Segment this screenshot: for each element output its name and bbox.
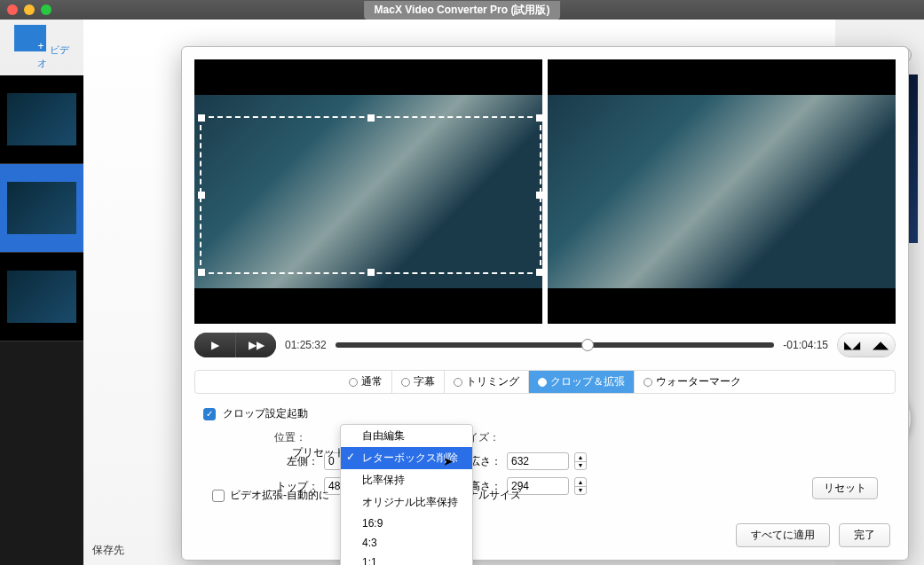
tab-trimming[interactable]: トリミング bbox=[445, 371, 529, 393]
crop-handle-tl[interactable] bbox=[198, 114, 205, 122]
remaining-time: -01:04:15 bbox=[783, 339, 828, 351]
flip-controls: ◣◢ ◢◣ bbox=[837, 333, 896, 357]
tab-subtitle[interactable]: 字幕 bbox=[392, 371, 445, 393]
fast-forward-button[interactable]: ▶▶ bbox=[235, 333, 276, 357]
crop-handle-lc[interactable] bbox=[198, 192, 205, 199]
add-video-icon: + bbox=[14, 25, 46, 51]
tab-normal[interactable]: 通常 bbox=[340, 371, 392, 393]
edit-modal: ▶ ▶▶ 01:25:32 -01:04:15 ◣◢ ◢◣ 通常 字幕 トリミン… bbox=[181, 46, 909, 561]
preview-result bbox=[548, 59, 896, 324]
crop-handle-tc[interactable] bbox=[367, 114, 375, 122]
tab-crop[interactable]: クロップ＆拡張 bbox=[529, 371, 635, 393]
crop-handle-bl[interactable] bbox=[198, 269, 205, 276]
left-sidebar: + ビデオ bbox=[0, 20, 83, 565]
dropdown-item[interactable]: 4:3 bbox=[341, 533, 472, 553]
titlebar: MacX Video Converter Pro (試用版) bbox=[0, 0, 924, 20]
flip-vertical-button[interactable]: ◢◣ bbox=[866, 334, 895, 357]
width-input[interactable] bbox=[507, 452, 569, 470]
preview-original[interactable] bbox=[194, 59, 542, 324]
flip-horizontal-button[interactable]: ◣◢ bbox=[838, 334, 866, 357]
thumbnail-item[interactable] bbox=[0, 253, 83, 341]
expand-label: ビデオ拡張-自動的に bbox=[230, 488, 329, 503]
dropdown-item[interactable]: 比率保持 bbox=[341, 469, 472, 491]
close-window-button[interactable] bbox=[7, 4, 18, 15]
save-destination-label: 保存先 bbox=[92, 543, 124, 558]
enable-crop-label: クロップ設定起動 bbox=[223, 406, 308, 421]
crop-handle-br[interactable] bbox=[536, 269, 543, 276]
playback-controls: ▶ ▶▶ bbox=[194, 333, 276, 357]
thumbnail-item[interactable] bbox=[0, 75, 83, 164]
playback-slider[interactable] bbox=[336, 342, 775, 348]
dropdown-item[interactable]: 自由編集 bbox=[341, 425, 472, 447]
add-video-button[interactable]: + ビデオ bbox=[11, 20, 73, 75]
minimize-window-button[interactable] bbox=[24, 4, 35, 15]
width-stepper[interactable]: ▲▼ bbox=[574, 452, 587, 470]
maximize-window-button[interactable] bbox=[41, 4, 51, 15]
dropdown-item[interactable]: オリジナル比率保持 bbox=[341, 491, 472, 514]
edit-tabs: 通常 字幕 トリミング クロップ＆拡張 ウォーターマーク bbox=[194, 370, 896, 394]
svg-text:+: + bbox=[38, 40, 44, 51]
svg-rect-1 bbox=[14, 25, 18, 50]
dropdown-item[interactable]: 16:9 bbox=[341, 514, 472, 533]
crop-handle-bc[interactable] bbox=[367, 269, 375, 276]
thumbnail-list bbox=[0, 75, 83, 565]
crop-selection[interactable] bbox=[200, 116, 541, 274]
cursor-icon: ➤ bbox=[443, 454, 454, 468]
window-controls bbox=[7, 4, 51, 15]
height-stepper[interactable]: ▲▼ bbox=[574, 477, 587, 495]
tab-watermark[interactable]: ウォーターマーク bbox=[635, 371, 750, 393]
current-time: 01:25:32 bbox=[285, 339, 327, 351]
expand-checkbox[interactable] bbox=[212, 490, 225, 502]
apply-all-button[interactable]: すべてに適用 bbox=[736, 523, 830, 547]
play-button[interactable]: ▶ bbox=[194, 333, 235, 357]
enable-crop-checkbox[interactable]: ✓ bbox=[203, 408, 216, 420]
preset-dropdown[interactable]: 自由編集 レターボックス削除 比率保持 オリジナル比率保持 16:9 4:3 1… bbox=[340, 424, 473, 565]
slider-thumb[interactable] bbox=[581, 339, 594, 351]
reset-button[interactable]: リセット bbox=[812, 477, 878, 499]
crop-handle-tr[interactable] bbox=[536, 114, 543, 122]
dropdown-item[interactable]: 1:1 bbox=[341, 553, 472, 565]
crop-handle-rc[interactable] bbox=[536, 192, 543, 199]
size-header: サイズ： bbox=[457, 430, 587, 445]
app-title: MacX Video Converter Pro (試用版) bbox=[364, 1, 561, 20]
done-button[interactable]: 完了 bbox=[839, 523, 890, 547]
thumbnail-item[interactable] bbox=[0, 164, 83, 253]
